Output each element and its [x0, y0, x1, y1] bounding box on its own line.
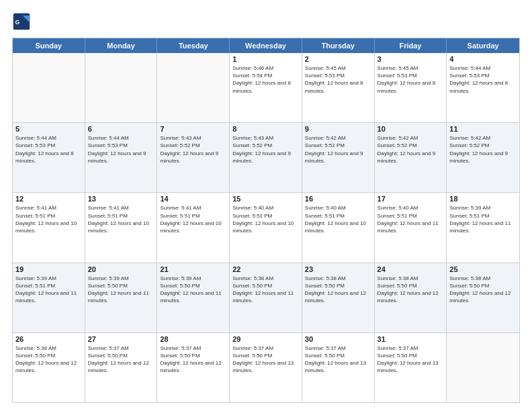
- cell-info: Sunrise: 5:39 AM Sunset: 5:50 PM Dayligh…: [160, 275, 226, 305]
- calendar-cell-18: 18Sunrise: 5:39 AM Sunset: 5:51 PM Dayli…: [447, 193, 519, 262]
- cell-info: Sunrise: 5:39 AM Sunset: 5:51 PM Dayligh…: [15, 275, 82, 305]
- calendar-cell-16: 16Sunrise: 5:40 AM Sunset: 5:51 PM Dayli…: [302, 193, 375, 262]
- day-number: 20: [88, 265, 154, 273]
- day-number: 18: [449, 195, 517, 203]
- weekday-header-saturday: Saturday: [447, 38, 519, 53]
- calendar-cell-29: 29Sunrise: 5:37 AM Sunset: 5:50 PM Dayli…: [230, 333, 302, 402]
- cell-info: Sunrise: 5:42 AM Sunset: 5:52 PM Dayligh…: [378, 134, 444, 165]
- calendar-cell-27: 27Sunrise: 5:37 AM Sunset: 5:50 PM Dayli…: [85, 333, 158, 402]
- calendar-cell-23: 23Sunrise: 5:38 AM Sunset: 5:50 PM Dayli…: [302, 263, 375, 332]
- calendar-cell-26: 26Sunrise: 5:38 AM Sunset: 5:50 PM Dayli…: [13, 333, 85, 402]
- cell-info: Sunrise: 5:41 AM Sunset: 5:51 PM Dayligh…: [88, 204, 154, 234]
- calendar-cell-15: 15Sunrise: 5:40 AM Sunset: 5:51 PM Dayli…: [230, 193, 302, 262]
- header: G: [12, 12, 520, 31]
- cell-info: Sunrise: 5:45 AM Sunset: 5:53 PM Dayligh…: [378, 64, 444, 95]
- day-number: 15: [232, 195, 299, 203]
- cell-info: Sunrise: 5:38 AM Sunset: 5:50 PM Dayligh…: [232, 275, 299, 305]
- calendar-cell-24: 24Sunrise: 5:38 AM Sunset: 5:50 PM Dayli…: [375, 263, 447, 332]
- day-number: 9: [305, 125, 371, 133]
- cell-info: Sunrise: 5:46 AM Sunset: 5:54 PM Dayligh…: [232, 64, 299, 95]
- cell-info: Sunrise: 5:43 AM Sunset: 5:52 PM Dayligh…: [232, 134, 299, 165]
- day-number: 3: [378, 55, 444, 63]
- calendar-cell-11: 11Sunrise: 5:42 AM Sunset: 5:52 PM Dayli…: [447, 123, 519, 192]
- calendar-row-1: 5Sunrise: 5:44 AM Sunset: 5:53 PM Daylig…: [13, 122, 519, 192]
- calendar-cell-17: 17Sunrise: 5:40 AM Sunset: 5:51 PM Dayli…: [375, 193, 447, 262]
- day-number: 19: [15, 265, 82, 273]
- calendar-header: SundayMondayTuesdayWednesdayThursdayFrid…: [13, 38, 519, 53]
- day-number: 5: [15, 125, 82, 133]
- day-number: 10: [378, 125, 444, 133]
- calendar-cell-2: 2Sunrise: 5:45 AM Sunset: 5:53 PM Daylig…: [302, 53, 375, 122]
- calendar-cell-28: 28Sunrise: 5:37 AM Sunset: 5:50 PM Dayli…: [157, 333, 230, 402]
- logo-icon: G: [12, 12, 31, 31]
- day-number: 23: [305, 265, 371, 273]
- cell-info: Sunrise: 5:44 AM Sunset: 5:53 PM Dayligh…: [88, 134, 154, 165]
- day-number: 2: [305, 55, 371, 63]
- calendar-cell-14: 14Sunrise: 5:41 AM Sunset: 5:51 PM Dayli…: [157, 193, 230, 262]
- day-number: 29: [232, 335, 299, 343]
- day-number: 11: [449, 125, 517, 133]
- cell-info: Sunrise: 5:40 AM Sunset: 5:51 PM Dayligh…: [232, 204, 299, 234]
- cell-info: Sunrise: 5:44 AM Sunset: 5:53 PM Dayligh…: [449, 64, 517, 95]
- day-number: 4: [449, 55, 517, 63]
- cell-info: Sunrise: 5:38 AM Sunset: 5:50 PM Dayligh…: [449, 275, 517, 305]
- weekday-header-thursday: Thursday: [302, 38, 375, 53]
- cell-info: Sunrise: 5:37 AM Sunset: 5:50 PM Dayligh…: [305, 345, 371, 375]
- cell-info: Sunrise: 5:37 AM Sunset: 5:50 PM Dayligh…: [160, 345, 226, 375]
- calendar-cell-13: 13Sunrise: 5:41 AM Sunset: 5:51 PM Dayli…: [85, 193, 158, 262]
- day-number: 6: [88, 125, 154, 133]
- day-number: 27: [88, 335, 154, 343]
- calendar-body: 1Sunrise: 5:46 AM Sunset: 5:54 PM Daylig…: [13, 53, 519, 402]
- day-number: 24: [378, 265, 444, 273]
- calendar: SundayMondayTuesdayWednesdayThursdayFrid…: [12, 38, 520, 403]
- cell-info: Sunrise: 5:37 AM Sunset: 5:50 PM Dayligh…: [378, 345, 444, 375]
- cell-info: Sunrise: 5:39 AM Sunset: 5:50 PM Dayligh…: [88, 275, 154, 305]
- day-number: 14: [160, 195, 226, 203]
- calendar-cell-25: 25Sunrise: 5:38 AM Sunset: 5:50 PM Dayli…: [447, 263, 519, 332]
- calendar-cell-1: 1Sunrise: 5:46 AM Sunset: 5:54 PM Daylig…: [230, 53, 302, 122]
- weekday-header-tuesday: Tuesday: [157, 38, 230, 53]
- cell-info: Sunrise: 5:38 AM Sunset: 5:50 PM Dayligh…: [15, 345, 82, 375]
- calendar-cell-21: 21Sunrise: 5:39 AM Sunset: 5:50 PM Dayli…: [157, 263, 230, 332]
- day-number: 25: [449, 265, 517, 273]
- weekday-header-sunday: Sunday: [13, 38, 85, 53]
- calendar-cell-6: 6Sunrise: 5:44 AM Sunset: 5:53 PM Daylig…: [85, 123, 158, 192]
- page: G SundayMondayTuesdayWednesdayThursdayFr…: [0, 0, 532, 411]
- calendar-cell-3: 3Sunrise: 5:45 AM Sunset: 5:53 PM Daylig…: [375, 53, 447, 122]
- calendar-cell-empty-6: [447, 333, 519, 402]
- cell-info: Sunrise: 5:39 AM Sunset: 5:51 PM Dayligh…: [449, 204, 517, 234]
- cell-info: Sunrise: 5:41 AM Sunset: 5:51 PM Dayligh…: [160, 204, 226, 234]
- calendar-cell-22: 22Sunrise: 5:38 AM Sunset: 5:50 PM Dayli…: [230, 263, 302, 332]
- calendar-row-3: 19Sunrise: 5:39 AM Sunset: 5:51 PM Dayli…: [13, 263, 519, 332]
- calendar-row-2: 12Sunrise: 5:41 AM Sunset: 5:51 PM Dayli…: [13, 192, 519, 262]
- day-number: 17: [378, 195, 444, 203]
- weekday-header-friday: Friday: [375, 38, 447, 53]
- calendar-row-4: 26Sunrise: 5:38 AM Sunset: 5:50 PM Dayli…: [13, 332, 519, 402]
- day-number: 12: [15, 195, 82, 203]
- day-number: 30: [305, 335, 371, 343]
- day-number: 26: [15, 335, 82, 343]
- cell-info: Sunrise: 5:40 AM Sunset: 5:51 PM Dayligh…: [305, 204, 371, 234]
- svg-text:G: G: [15, 19, 19, 26]
- cell-info: Sunrise: 5:42 AM Sunset: 5:52 PM Dayligh…: [305, 134, 371, 165]
- calendar-row-0: 1Sunrise: 5:46 AM Sunset: 5:54 PM Daylig…: [13, 53, 519, 122]
- day-number: 1: [232, 55, 299, 63]
- calendar-cell-7: 7Sunrise: 5:43 AM Sunset: 5:52 PM Daylig…: [157, 123, 230, 192]
- calendar-cell-4: 4Sunrise: 5:44 AM Sunset: 5:53 PM Daylig…: [447, 53, 519, 122]
- day-number: 22: [232, 265, 299, 273]
- day-number: 13: [88, 195, 154, 203]
- calendar-cell-5: 5Sunrise: 5:44 AM Sunset: 5:53 PM Daylig…: [13, 123, 85, 192]
- calendar-cell-9: 9Sunrise: 5:42 AM Sunset: 5:52 PM Daylig…: [302, 123, 375, 192]
- calendar-cell-30: 30Sunrise: 5:37 AM Sunset: 5:50 PM Dayli…: [302, 333, 375, 402]
- cell-info: Sunrise: 5:45 AM Sunset: 5:53 PM Dayligh…: [305, 64, 371, 95]
- calendar-cell-8: 8Sunrise: 5:43 AM Sunset: 5:52 PM Daylig…: [230, 123, 302, 192]
- cell-info: Sunrise: 5:38 AM Sunset: 5:50 PM Dayligh…: [305, 275, 371, 305]
- weekday-header-wednesday: Wednesday: [230, 38, 302, 53]
- calendar-cell-12: 12Sunrise: 5:41 AM Sunset: 5:51 PM Dayli…: [13, 193, 85, 262]
- cell-info: Sunrise: 5:40 AM Sunset: 5:51 PM Dayligh…: [378, 204, 444, 234]
- cell-info: Sunrise: 5:44 AM Sunset: 5:53 PM Dayligh…: [15, 134, 82, 165]
- logo: G: [12, 12, 34, 31]
- cell-info: Sunrise: 5:37 AM Sunset: 5:50 PM Dayligh…: [88, 345, 154, 375]
- cell-info: Sunrise: 5:41 AM Sunset: 5:51 PM Dayligh…: [15, 204, 82, 234]
- day-number: 8: [232, 125, 299, 133]
